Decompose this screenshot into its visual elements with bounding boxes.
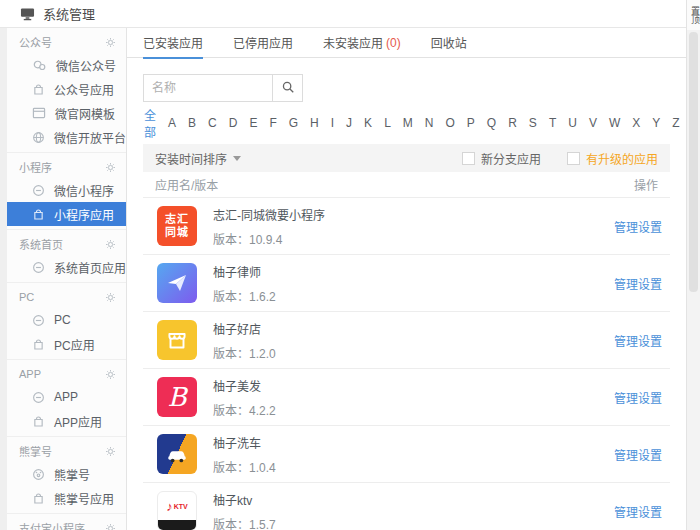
sidebar-item-PC应用[interactable]: PC应用 [7,332,126,356]
app-version: 版本：4.2.2 [213,401,276,418]
filter-letter-Y[interactable]: Y [651,116,661,130]
sort-dropdown[interactable]: 安装时间排序 [155,150,241,167]
gear-icon[interactable] [105,162,116,173]
column-action: 操作 [634,176,658,193]
search-input[interactable] [143,74,273,102]
filter-all[interactable]: 全部 [143,106,157,140]
tab-disabled-apps[interactable]: 已停用应用 [233,28,293,58]
sidebar-item-微信小程序[interactable]: 微信小程序 [7,178,126,202]
filter-checkbox-2[interactable]: 有升级的应用 [567,150,658,167]
globe-icon [32,131,45,144]
checkbox[interactable] [462,152,475,165]
gear-icon[interactable] [105,37,116,48]
sidebar-item-APP应用[interactable]: APP应用 [7,409,126,433]
app-row: 柚子律师版本：1.6.2管理设置 [143,255,670,312]
app-row: B柚子美发版本：4.2.2管理设置 [143,369,670,426]
app-row: ♪KTV柚子ktv版本：1.5.7管理设置 [143,483,670,530]
filter-letter-D[interactable]: D [228,116,239,130]
filter-letter-W[interactable]: W [608,116,621,130]
sidebar-item-小程序应用[interactable]: 小程序应用 [7,202,126,226]
sidebar-item-label: 系统首页应用 [54,259,126,276]
sidebar-section-label: 公众号 [19,34,105,50]
app-row: 柚子好店版本：1.2.0管理设置 [143,312,670,369]
gear-icon[interactable] [105,523,116,530]
sidebar-item-label: PC应用 [54,336,95,353]
manage-settings-link[interactable]: 管理设置 [614,275,662,292]
filter-letter-X[interactable]: X [631,116,641,130]
chevron-down-icon [233,156,241,161]
sidebar-item-label: APP应用 [54,413,102,430]
gear-icon[interactable] [105,446,116,457]
scrollbar-thumb[interactable] [689,32,698,292]
scrollbar[interactable]: 置顶 [686,0,700,530]
filter-checkbox-1[interactable]: 新分支应用 [462,150,541,167]
sidebar-item-PC[interactable]: PC [7,308,126,332]
manage-settings-link[interactable]: 管理设置 [614,332,662,349]
sidebar-item-熊掌号应用[interactable]: 熊掌号应用 [7,486,126,510]
sidebar-sections: 公众号微信公众号公众号应用微官网模板微信开放平台小程序微信小程序小程序应用系统首… [7,28,126,530]
filter-letter-P[interactable]: P [466,116,476,130]
gear-icon[interactable] [105,369,116,380]
app-root: 系统管理 公众号微信公众号公众号应用微官网模板微信开放平台小程序微信小程序小程序… [0,0,700,530]
filter-letter-U[interactable]: U [567,116,578,130]
sidebar-item-label: PC [54,313,71,327]
sidebar-item-label: 微信小程序 [54,182,114,199]
filter-letter-M[interactable]: M [402,116,414,130]
sidebar-item-微信开放平台[interactable]: 微信开放平台 [7,125,126,149]
sidebar-item-微官网模板[interactable]: 微官网模板 [7,101,126,125]
tab-recycle-bin[interactable]: 回收站 [431,28,467,58]
back-to-top-widget[interactable]: 置顶 [687,0,700,30]
filter-letter-L[interactable]: L [383,116,392,130]
filter-letter-N[interactable]: N [424,116,435,130]
checkbox[interactable] [567,152,580,165]
filter-letter-R[interactable]: R [507,116,518,130]
filter-letter-Q[interactable]: Q [486,116,497,130]
app-info: 志汇-同城微要小程序版本：10.9.4 [213,206,325,247]
filter-letter-F[interactable]: F [268,116,277,130]
filter-letter-H[interactable]: H [309,116,320,130]
sidebar-item-熊掌号[interactable]: 熊掌号 [7,462,126,486]
manage-settings-link[interactable]: 管理设置 [614,446,662,463]
manage-settings-link[interactable]: 管理设置 [614,389,662,406]
circle-icon [32,184,45,197]
bag-icon [32,338,45,351]
manage-settings-link[interactable]: 管理设置 [614,218,662,235]
sidebar-item-label: 微信公众号 [56,57,116,74]
circle-icon [32,391,45,404]
ktv-logo-text: KTV [174,503,188,510]
sidebar-section-header: PC [7,286,126,308]
app-badge-text: 志汇同城 [165,213,189,239]
sidebar-item-APP[interactable]: APP [7,385,126,409]
sidebar-item-公众号应用[interactable]: 公众号应用 [7,77,126,101]
filter-letter-C[interactable]: C [207,116,218,130]
gear-icon[interactable] [105,292,116,303]
app-info: 柚子好店版本：1.2.0 [213,320,276,361]
filter-letter-S[interactable]: S [528,116,538,130]
filter-letter-A[interactable]: A [167,116,177,130]
sort-label: 安装时间排序 [155,150,227,167]
filter-letter-Z[interactable]: Z [671,116,680,130]
filter-letter-E[interactable]: E [248,116,258,130]
search-button[interactable] [273,74,303,102]
sidebar-item-label: 公众号应用 [54,81,114,98]
app-info: 柚子美发版本：4.2.2 [213,377,276,418]
app-row: 志汇同城志汇-同城微要小程序版本：10.9.4管理设置 [143,198,670,255]
tab-uninstalled-apps[interactable]: 未安装应用(0) [323,28,401,58]
sidebar-section: APPAPPAPP应用 [7,360,126,437]
filter-letter-I[interactable]: I [330,116,335,130]
filter-letter-J[interactable]: J [345,116,353,130]
sidebar-section-header: 熊掌号 [7,440,126,462]
sidebar-section: 小程序微信小程序小程序应用 [7,153,126,230]
sidebar-section-label: 支付宝小程序 [19,520,105,530]
manage-settings-link[interactable]: 管理设置 [614,503,662,520]
filter-letter-B[interactable]: B [187,116,197,130]
filter-letter-O[interactable]: O [444,116,455,130]
filter-letter-K[interactable]: K [363,116,373,130]
filter-letter-G[interactable]: G [288,116,299,130]
tab-installed-apps[interactable]: 已安装应用 [143,28,203,58]
sidebar-item-系统首页应用[interactable]: 系统首页应用 [7,255,126,279]
filter-letter-T[interactable]: T [548,116,557,130]
sidebar-item-微信公众号[interactable]: 微信公众号 [7,53,126,77]
filter-letter-V[interactable]: V [588,116,598,130]
gear-icon[interactable] [105,239,116,250]
